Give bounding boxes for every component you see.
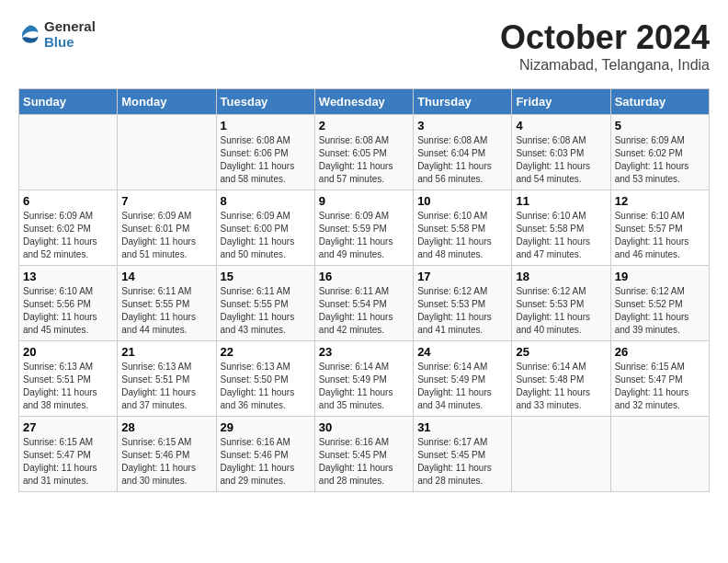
- calendar-cell: 17Sunrise: 6:12 AMSunset: 5:53 PMDayligh…: [414, 266, 512, 341]
- day-number: 5: [615, 119, 705, 132]
- calendar-cell: 21Sunrise: 6:13 AMSunset: 5:51 PMDayligh…: [118, 341, 216, 417]
- day-info: Sunrise: 6:10 AMSunset: 5:58 PMDaylight:…: [516, 211, 590, 259]
- weekday-header-row: SundayMondayTuesdayWednesdayThursdayFrid…: [19, 89, 710, 115]
- day-info: Sunrise: 6:10 AMSunset: 5:57 PMDaylight:…: [615, 211, 689, 259]
- location: Nizamabad, Telangana, India: [500, 57, 710, 74]
- calendar-cell: 27Sunrise: 6:15 AMSunset: 5:47 PMDayligh…: [19, 417, 118, 492]
- day-info: Sunrise: 6:10 AMSunset: 5:56 PMDaylight:…: [23, 286, 97, 335]
- title-block: October 2024 Nizamabad, Telangana, India: [500, 18, 710, 74]
- day-number: 31: [417, 420, 507, 434]
- calendar-cell: 30Sunrise: 6:16 AMSunset: 5:45 PMDayligh…: [314, 417, 413, 492]
- month-title: October 2024: [500, 18, 710, 57]
- day-info: Sunrise: 6:17 AMSunset: 5:45 PMDaylight:…: [417, 437, 492, 486]
- day-info: Sunrise: 6:13 AMSunset: 5:50 PMDaylight:…: [221, 362, 295, 410]
- logo-general: General: [44, 18, 96, 34]
- calendar-cell: 15Sunrise: 6:11 AMSunset: 5:55 PMDayligh…: [216, 266, 314, 341]
- day-number: 10: [417, 194, 507, 208]
- day-info: Sunrise: 6:15 AMSunset: 5:46 PMDaylight:…: [121, 437, 196, 486]
- calendar-cell: 26Sunrise: 6:15 AMSunset: 5:47 PMDayligh…: [610, 341, 709, 417]
- day-number: 26: [615, 345, 705, 359]
- day-number: 29: [221, 420, 311, 434]
- day-info: Sunrise: 6:12 AMSunset: 5:53 PMDaylight:…: [516, 286, 590, 335]
- day-info: Sunrise: 6:11 AMSunset: 5:55 PMDaylight:…: [121, 286, 196, 335]
- day-info: Sunrise: 6:10 AMSunset: 5:58 PMDaylight:…: [417, 211, 492, 259]
- calendar-cell: 11Sunrise: 6:10 AMSunset: 5:58 PMDayligh…: [512, 190, 610, 266]
- week-row-3: 13Sunrise: 6:10 AMSunset: 5:56 PMDayligh…: [19, 266, 710, 341]
- calendar-cell: 14Sunrise: 6:11 AMSunset: 5:55 PMDayligh…: [118, 266, 216, 341]
- day-info: Sunrise: 6:14 AMSunset: 5:49 PMDaylight:…: [319, 362, 393, 410]
- week-row-5: 27Sunrise: 6:15 AMSunset: 5:47 PMDayligh…: [19, 417, 710, 492]
- weekday-header-saturday: Saturday: [610, 89, 709, 115]
- calendar-cell: 22Sunrise: 6:13 AMSunset: 5:50 PMDayligh…: [216, 341, 314, 417]
- day-number: 12: [615, 194, 705, 208]
- logo-icon: [18, 23, 40, 45]
- calendar-cell: 28Sunrise: 6:15 AMSunset: 5:46 PMDayligh…: [118, 417, 216, 492]
- day-number: 19: [615, 270, 705, 283]
- weekday-header-wednesday: Wednesday: [314, 89, 413, 115]
- day-info: Sunrise: 6:09 AMSunset: 6:02 PMDaylight:…: [23, 211, 97, 259]
- day-info: Sunrise: 6:13 AMSunset: 5:51 PMDaylight:…: [23, 362, 97, 410]
- week-row-2: 6Sunrise: 6:09 AMSunset: 6:02 PMDaylight…: [19, 190, 710, 266]
- calendar-cell: 12Sunrise: 6:10 AMSunset: 5:57 PMDayligh…: [610, 190, 709, 266]
- calendar-cell: 4Sunrise: 6:08 AMSunset: 6:03 PMDaylight…: [512, 115, 610, 190]
- calendar-cell: 23Sunrise: 6:14 AMSunset: 5:49 PMDayligh…: [314, 341, 413, 417]
- day-number: 28: [121, 420, 211, 434]
- day-info: Sunrise: 6:14 AMSunset: 5:48 PMDaylight:…: [516, 362, 590, 410]
- weekday-header-sunday: Sunday: [19, 89, 118, 115]
- day-info: Sunrise: 6:11 AMSunset: 5:55 PMDaylight:…: [221, 286, 295, 335]
- day-info: Sunrise: 6:08 AMSunset: 6:03 PMDaylight:…: [516, 135, 590, 184]
- day-info: Sunrise: 6:08 AMSunset: 6:06 PMDaylight:…: [221, 135, 295, 184]
- day-info: Sunrise: 6:11 AMSunset: 5:54 PMDaylight:…: [319, 286, 393, 335]
- day-info: Sunrise: 6:08 AMSunset: 6:04 PMDaylight:…: [417, 135, 492, 184]
- logo-blue: Blue: [44, 34, 96, 50]
- day-number: 21: [121, 345, 211, 359]
- calendar-cell: [118, 115, 216, 190]
- page-header: General Blue October 2024 Nizamabad, Tel…: [18, 18, 710, 74]
- week-row-4: 20Sunrise: 6:13 AMSunset: 5:51 PMDayligh…: [19, 341, 710, 417]
- weekday-header-thursday: Thursday: [414, 89, 512, 115]
- calendar-cell: 6Sunrise: 6:09 AMSunset: 6:02 PMDaylight…: [19, 190, 118, 266]
- calendar-cell: [610, 417, 709, 492]
- day-number: 24: [417, 345, 507, 359]
- day-number: 15: [221, 270, 311, 283]
- week-row-1: 1Sunrise: 6:08 AMSunset: 6:06 PMDaylight…: [19, 115, 710, 190]
- calendar-cell: 8Sunrise: 6:09 AMSunset: 6:00 PMDaylight…: [216, 190, 314, 266]
- day-number: 2: [319, 119, 409, 132]
- day-number: 7: [121, 194, 211, 208]
- calendar-cell: [512, 417, 610, 492]
- day-info: Sunrise: 6:16 AMSunset: 5:46 PMDaylight:…: [221, 437, 295, 486]
- calendar-cell: 7Sunrise: 6:09 AMSunset: 6:01 PMDaylight…: [118, 190, 216, 266]
- weekday-header-monday: Monday: [118, 89, 216, 115]
- day-number: 1: [221, 119, 311, 132]
- day-info: Sunrise: 6:09 AMSunset: 6:01 PMDaylight:…: [121, 211, 196, 259]
- day-info: Sunrise: 6:12 AMSunset: 5:52 PMDaylight:…: [615, 286, 689, 335]
- logo-text: General Blue: [44, 18, 96, 50]
- calendar-cell: 31Sunrise: 6:17 AMSunset: 5:45 PMDayligh…: [414, 417, 512, 492]
- day-info: Sunrise: 6:14 AMSunset: 5:49 PMDaylight:…: [417, 362, 492, 410]
- day-info: Sunrise: 6:16 AMSunset: 5:45 PMDaylight:…: [319, 437, 393, 486]
- day-number: 11: [516, 194, 606, 208]
- calendar-cell: 3Sunrise: 6:08 AMSunset: 6:04 PMDaylight…: [414, 115, 512, 190]
- calendar-cell: 10Sunrise: 6:10 AMSunset: 5:58 PMDayligh…: [414, 190, 512, 266]
- day-info: Sunrise: 6:08 AMSunset: 6:05 PMDaylight:…: [319, 135, 393, 184]
- day-info: Sunrise: 6:13 AMSunset: 5:51 PMDaylight:…: [121, 362, 196, 410]
- day-info: Sunrise: 6:09 AMSunset: 6:02 PMDaylight:…: [615, 135, 689, 184]
- day-number: 22: [221, 345, 311, 359]
- calendar-cell: 5Sunrise: 6:09 AMSunset: 6:02 PMDaylight…: [610, 115, 709, 190]
- calendar-cell: 19Sunrise: 6:12 AMSunset: 5:52 PMDayligh…: [610, 266, 709, 341]
- day-info: Sunrise: 6:15 AMSunset: 5:47 PMDaylight:…: [615, 362, 689, 410]
- calendar-table: SundayMondayTuesdayWednesdayThursdayFrid…: [18, 88, 710, 492]
- weekday-header-friday: Friday: [512, 89, 610, 115]
- day-info: Sunrise: 6:15 AMSunset: 5:47 PMDaylight:…: [23, 437, 97, 486]
- logo: General Blue: [18, 18, 96, 50]
- weekday-header-tuesday: Tuesday: [216, 89, 314, 115]
- day-info: Sunrise: 6:12 AMSunset: 5:53 PMDaylight:…: [417, 286, 492, 335]
- day-number: 3: [417, 119, 507, 132]
- day-number: 20: [23, 345, 113, 359]
- calendar-cell: 29Sunrise: 6:16 AMSunset: 5:46 PMDayligh…: [216, 417, 314, 492]
- calendar-cell: 1Sunrise: 6:08 AMSunset: 6:06 PMDaylight…: [216, 115, 314, 190]
- day-number: 4: [516, 119, 606, 132]
- day-number: 16: [319, 270, 409, 283]
- calendar-cell: 25Sunrise: 6:14 AMSunset: 5:48 PMDayligh…: [512, 341, 610, 417]
- calendar-cell: 2Sunrise: 6:08 AMSunset: 6:05 PMDaylight…: [314, 115, 413, 190]
